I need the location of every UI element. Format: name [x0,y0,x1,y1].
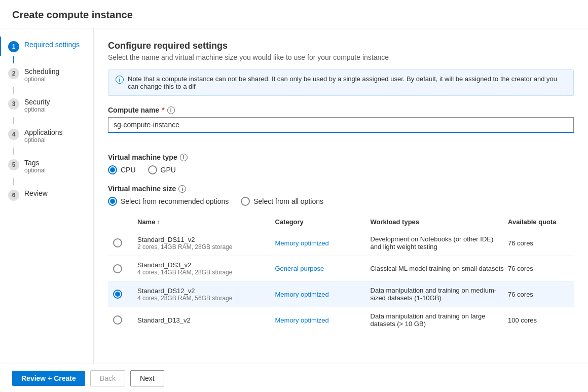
row-4-category[interactable]: Memory optimized [275,316,366,324]
all-options-radio[interactable] [241,197,250,206]
sidebar-item-label-3: Security [24,98,50,106]
step-connector-3 [13,117,14,124]
sidebar: 1 Required settings 2 Scheduling optiona… [0,28,94,392]
table-header: Name ↑ Category Workload types Available… [108,214,574,230]
recommended-label: Select from recommended options [121,197,229,205]
vm-size-tooltip[interactable]: i [178,185,186,193]
sidebar-item-label-4: Applications [24,128,63,136]
table-row[interactable]: Standard_DS11_v2 2 cores, 14GB RAM, 28GB… [108,230,574,256]
step-badge-4: 4 [8,129,19,140]
vm-size-label: Virtual machine size i [108,185,574,193]
sidebar-item-security[interactable]: 3 Security optional [0,94,93,117]
section-desc: Select the name and virtual machine size… [108,53,574,61]
row-radio-2[interactable] [113,264,133,273]
cpu-label: CPU [121,166,136,174]
step-badge-5: 5 [8,159,19,170]
step-badge-1: 1 [8,41,19,52]
vm-size-radio-group: Select from recommended options Select f… [108,197,574,206]
compute-name-tooltip[interactable]: i [167,106,175,114]
sidebar-item-label-5: Tags [24,159,46,167]
table-row[interactable]: Standard_DS3_v2 4 cores, 14GB RAM, 28GB … [108,256,574,281]
vm-type-gpu[interactable]: GPU [148,165,176,174]
vm-type-tooltip[interactable]: i [180,154,188,161]
main-content: Configure required settings Select the n… [94,28,588,392]
vm-size-recommended[interactable]: Select from recommended options [108,197,229,206]
back-button[interactable]: Back [90,370,125,386]
row-2-workload: Classical ML model training on small dat… [371,265,504,272]
vm-type-cpu[interactable]: CPU [108,165,136,174]
table-row[interactable]: Standard_DS12_v2 4 cores, 28GB RAM, 56GB… [108,281,574,307]
gpu-radio[interactable] [148,165,157,174]
row-3-workload: Data manipulation and training on medium… [371,287,504,302]
sidebar-item-sub-3: optional [24,106,50,113]
step-connector-5 [13,178,14,185]
compute-name-section: Compute name * i [108,106,574,143]
compute-name-label: Compute name * i [108,106,574,114]
compute-name-input[interactable] [108,117,574,133]
review-create-button[interactable]: Review + Create [12,371,85,386]
sidebar-item-sub-5: optional [24,167,46,174]
vm-type-radio-group: CPU GPU [108,165,574,174]
row-1-quota: 76 cores [508,239,569,247]
col-workload: Workload types [371,218,504,226]
step-badge-2: 2 [8,68,19,79]
row-4-name: Standard_D13_v2 [137,316,271,324]
vm-type-label: Virtual machine type i [108,153,574,161]
info-text: Note that a compute instance can not be … [128,75,566,90]
row-2-quota: 76 cores [508,265,569,272]
info-icon: i [116,76,124,84]
row-3-radio[interactable] [113,290,122,299]
next-button[interactable]: Next [130,370,164,386]
col-name[interactable]: Name ↑ [137,218,271,226]
sidebar-item-review[interactable]: 6 Review [0,185,93,205]
row-radio-4[interactable] [113,315,133,325]
row-radio-1[interactable] [113,238,133,247]
step-badge-6: 6 [8,190,19,201]
vm-size-all[interactable]: Select from all options [241,197,323,206]
sidebar-item-label-2: Scheduling [24,67,59,76]
vm-size-table: Name ↑ Category Workload types Available… [108,214,574,333]
page-title: Create compute instance [0,0,588,28]
footer: Review + Create Back Next [0,364,588,392]
row-3-category[interactable]: Memory optimized [275,291,366,298]
section-title: Configure required settings [108,41,574,51]
vm-size-section: Virtual machine size i Select from recom… [108,185,574,333]
vm-type-section: Virtual machine type i CPU GPU [108,153,574,174]
col-category: Category [275,218,366,226]
sidebar-item-required-settings[interactable]: 1 Required settings [0,37,93,56]
row-4-workload: Data manipulation and training on large … [371,312,504,328]
sidebar-item-label-6: Review [24,189,48,197]
required-star: * [162,106,164,114]
row-4-radio[interactable] [113,315,122,325]
sidebar-item-applications[interactable]: 4 Applications optional [0,124,93,148]
sidebar-item-label-1: Required settings [24,41,80,49]
row-1-category[interactable]: Memory optimized [275,239,366,247]
gpu-label: GPU [161,166,176,174]
all-options-label: Select from all options [253,197,323,205]
row-1-workload: Development on Notebooks (or other IDE) … [371,235,504,251]
row-radio-3[interactable] [113,290,133,299]
step-connector-2 [13,87,14,94]
sidebar-item-sub-4: optional [24,136,63,144]
row-3-name: Standard_DS12_v2 4 cores, 28GB RAM, 56GB… [137,287,271,302]
row-2-name: Standard_DS3_v2 4 cores, 14GB RAM, 28GB … [137,261,271,276]
row-1-radio[interactable] [113,238,122,247]
table-row[interactable]: Standard_D13_v2 Memory optimized Data ma… [108,307,574,333]
sidebar-item-tags[interactable]: 5 Tags optional [0,155,93,178]
step-connector-1 [13,56,14,63]
info-banner: i Note that a compute instance can not b… [108,69,574,96]
row-4-quota: 100 cores [508,316,569,324]
col-radio [113,218,133,226]
row-2-radio[interactable] [113,264,122,273]
row-2-category[interactable]: General purpose [275,265,366,272]
col-quota: Available quota [508,218,569,226]
sidebar-item-sub-2: optional [24,76,59,83]
sort-icon: ↑ [157,219,160,226]
step-badge-3: 3 [8,98,19,110]
step-connector-4 [13,148,14,155]
sidebar-item-scheduling[interactable]: 2 Scheduling optional [0,63,93,87]
recommended-radio[interactable] [108,197,117,206]
cpu-radio[interactable] [108,165,117,174]
row-1-name: Standard_DS11_v2 2 cores, 14GB RAM, 28GB… [137,236,271,251]
row-3-quota: 76 cores [508,291,569,298]
